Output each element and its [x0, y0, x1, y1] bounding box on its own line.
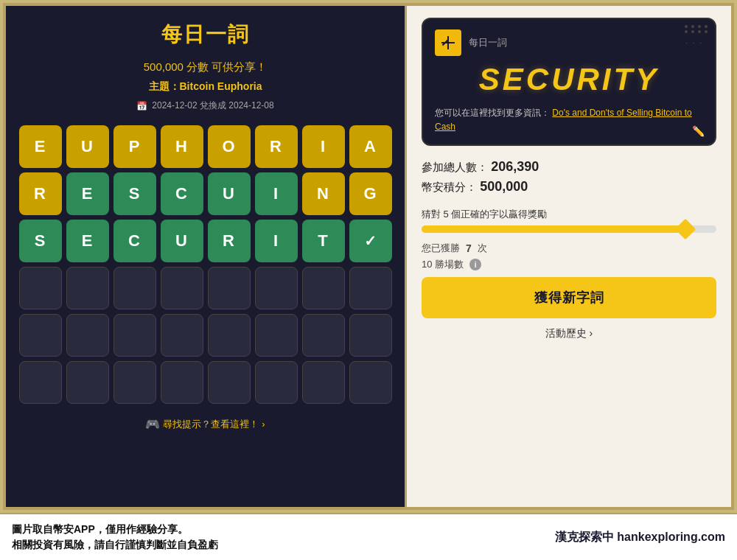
grid-cell-5-7 [349, 361, 392, 404]
dot [705, 25, 708, 28]
theme-prefix: 主題： [149, 80, 180, 92]
grid-cell-1-1: E [66, 172, 109, 215]
progress-label: 猜對 5 個正確的字以贏得獎勵 [422, 208, 716, 221]
grid-cell-0-5: R [255, 125, 298, 168]
hint-text: 尋找提示？查看這裡！ [163, 418, 259, 431]
grid-cell-4-1 [66, 314, 109, 357]
grid-row-5 [19, 361, 392, 404]
theme-value: Bitcoin Euphoria [180, 80, 262, 92]
grid-cell-1-6: N [302, 172, 345, 215]
grid-row-3 [19, 267, 392, 309]
total-wins-label: 10 勝場數 [422, 258, 464, 271]
grid-cell-0-1: U [66, 125, 109, 168]
grid-cell-4-4 [208, 314, 251, 357]
progress-bar-container [422, 225, 716, 233]
dot [691, 25, 694, 28]
dot [705, 30, 708, 33]
grid-cell-5-1 [66, 361, 109, 404]
grid-cell-2-4: R [208, 220, 251, 262]
grid-cell-3-3 [161, 267, 203, 309]
hint-arrow: › [262, 419, 265, 430]
grid-cell-2-5: I [255, 220, 298, 262]
grid-cell-3-6 [302, 267, 345, 309]
card-dots-decoration [685, 25, 709, 33]
main-container: 每日一詞 500,000 分數 可供分享！ 主題：Bitcoin Euphori… [3, 3, 734, 510]
participants-label: 參加總人數： [422, 161, 488, 173]
theme-label: 主題：Bitcoin Euphoria [149, 80, 262, 94]
info-icon[interactable]: i [469, 259, 481, 270]
grid-cell-5-5 [255, 361, 298, 404]
word-grid: EUPHORIARESCUINGSECURIT✓ [18, 125, 393, 404]
grid-cell-3-0 [19, 267, 62, 309]
grid-cell-1-2: S [113, 172, 156, 215]
grid-cell-3-2 [113, 267, 156, 309]
card-title: 每日一詞 [469, 36, 507, 49]
grid-cell-3-4 [208, 267, 251, 309]
points-label: 幣安積分： [422, 181, 477, 193]
card-menu-dots: · · · [685, 39, 703, 47]
word-card: 每日一詞 · · · SECURITY 您可以在這裡找到更多資訊： Do's a… [422, 18, 716, 146]
grid-cell-4-0 [19, 314, 62, 357]
grid-row-2: SECURIT✓ [19, 220, 392, 262]
wins-label: 您已獲勝 [422, 242, 460, 255]
grid-cell-3-5 [255, 267, 298, 309]
dot [685, 25, 688, 28]
right-panel: 每日一詞 · · · SECURITY 您可以在這裡找到更多資訊： Do's a… [407, 6, 731, 507]
grid-cell-0-4: O [208, 125, 251, 168]
participants-row: 參加總人數： 206,390 [422, 159, 716, 175]
description-prefix: 您可以在這裡找到更多資訊： [435, 108, 550, 118]
grid-cell-4-7 [349, 314, 392, 357]
grid-cell-5-2 [113, 361, 156, 404]
wins-value: 7 [466, 242, 472, 254]
grid-row-4 [19, 314, 392, 357]
progress-diamond [675, 219, 696, 239]
grid-cell-0-3: H [161, 125, 203, 168]
svg-rect-1 [441, 42, 455, 43]
get-word-button[interactable]: 獲得新字詞 [422, 277, 716, 318]
points-row: 幣安積分： 500,000 [422, 179, 716, 195]
grid-cell-3-1 [66, 267, 109, 309]
edit-icon: ✏️ [692, 125, 705, 137]
grid-row-1: RESCUING [19, 172, 392, 215]
grid-cell-0-7: A [349, 125, 392, 168]
grid-cell-2-3: U [161, 220, 203, 262]
dot [691, 30, 694, 33]
date-label: 2024-12-02 兌換成 2024-12-08 [136, 99, 273, 112]
left-panel: 每日一詞 500,000 分數 可供分享！ 主題：Bitcoin Euphori… [6, 6, 407, 507]
grid-cell-2-2: C [113, 220, 156, 262]
hint-bar[interactable]: 🎮 尋找提示？查看這裡！ › [145, 417, 265, 431]
grid-cell-0-6: I [302, 125, 345, 168]
stats-section: 參加總人數： 206,390 幣安積分： 500,000 [422, 159, 716, 195]
progress-bar-fill [422, 225, 687, 233]
grid-cell-3-7 [349, 267, 392, 309]
grid-cell-2-7: ✓ [349, 220, 392, 262]
grid-cell-2-1: E [66, 220, 109, 262]
points-value: 500,000 [480, 179, 528, 194]
grid-cell-1-3: C [161, 172, 203, 215]
grid-cell-1-4: U [208, 172, 251, 215]
grid-cell-5-3 [161, 361, 203, 404]
grid-cell-4-2 [113, 314, 156, 357]
grid-cell-1-5: I [255, 172, 298, 215]
bottom-bar: 圖片取自幣安APP，僅用作經驗分享。相關投資有風險，請自行謹慎判斷並自負盈虧 漢… [0, 513, 737, 560]
dot [698, 30, 701, 33]
grid-cell-4-3 [161, 314, 203, 357]
card-header: 每日一詞 · · · [435, 29, 703, 56]
grid-cell-0-2: P [113, 125, 156, 168]
total-wins-row: 10 勝場數 i [422, 258, 716, 271]
card-word: SECURITY [435, 62, 703, 97]
wins-row: 您已獲勝 7 次 [422, 242, 716, 255]
left-title: 每日一詞 [161, 21, 250, 49]
grid-cell-5-0 [19, 361, 62, 404]
grid-cell-5-6 [302, 361, 345, 404]
grid-cell-2-0: S [19, 220, 62, 262]
binance-logo [435, 29, 461, 56]
grid-cell-4-6 [302, 314, 345, 357]
history-link[interactable]: 活動歷史 › [422, 327, 716, 340]
dot [685, 30, 688, 33]
card-description: 您可以在這裡找到更多資訊： Do's and Don'ts of Selling… [435, 106, 703, 134]
wins-suffix: 次 [478, 242, 487, 255]
grid-cell-4-5 [255, 314, 298, 357]
grid-row-0: EUPHORIA [19, 125, 392, 168]
participants-value: 206,390 [491, 159, 539, 174]
